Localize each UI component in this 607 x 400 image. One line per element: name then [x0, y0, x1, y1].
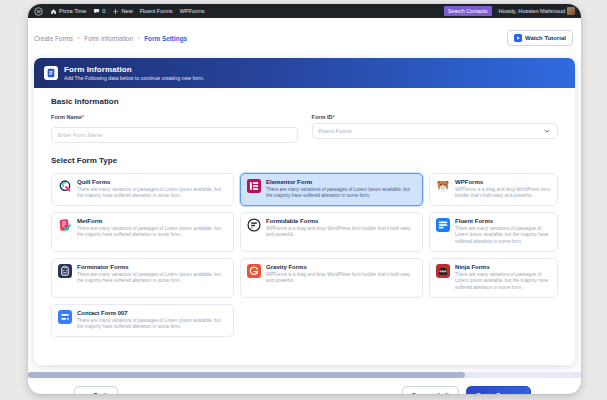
right-arrow-icon: →	[515, 391, 522, 394]
form-type-description: There are many variations of passages of…	[77, 272, 227, 286]
svg-text:W: W	[36, 9, 41, 14]
form-type-name: Contact Form 007	[77, 310, 227, 316]
form-type-name: Elementor Form	[266, 179, 416, 185]
form-type-description: WPForms is a drag and drop WordPress for…	[266, 226, 416, 240]
form-type-card-metform[interactable]: MetForm There are many variations of pas…	[51, 212, 234, 252]
horizontal-scrollbar[interactable]	[28, 372, 581, 378]
breadcrumb-separator: >	[77, 35, 80, 41]
form-type-card-ninja-forms[interactable]: Ninja Forms There are many variations of…	[429, 258, 558, 298]
form-type-name: Fluent Forms	[455, 218, 551, 224]
menu-fluent-forms-label: Fluent Forms	[140, 8, 173, 14]
card-body: Basic Information Form Name* Form ID* Fl…	[34, 88, 575, 365]
form-type-name: Quill Forms	[77, 179, 227, 185]
contact-form-007-icon	[58, 310, 72, 324]
ninja-forms-icon	[436, 264, 450, 278]
select-form-type-title: Select Form Type	[51, 156, 558, 165]
avatar	[567, 7, 575, 15]
form-type-name: Ninja Forms	[455, 264, 551, 270]
wp-admin-bar: W Pizza Time 0 New Fluent Forms WPForms …	[28, 4, 581, 18]
card-title: Form Information	[64, 65, 204, 74]
gravity-forms-icon	[247, 264, 261, 278]
scrollbar-thumb[interactable]	[28, 372, 465, 378]
required-mark: *	[82, 114, 84, 120]
fluent-forms-icon	[436, 218, 450, 232]
form-type-card-quill-forms[interactable]: Quill Forms There are many variations of…	[51, 173, 234, 206]
form-id-field: Form ID* Fluent Forms	[312, 114, 559, 143]
new-content-menu[interactable]: New	[112, 8, 132, 15]
card-header: Form Information Add The Following data …	[34, 58, 575, 88]
form-type-card-fluent-forms[interactable]: Fluent Forms There are many variations o…	[429, 212, 558, 252]
form-name-label: Form Name*	[51, 114, 298, 120]
plus-icon	[112, 8, 119, 15]
form-name-field: Form Name*	[51, 114, 298, 143]
create-form-button[interactable]: Create Form →	[466, 386, 531, 394]
form-type-card-gravity-forms[interactable]: Gravity Forms WPForms is a drag and drop…	[240, 258, 423, 298]
formidable-forms-icon	[247, 218, 261, 232]
menu-wpforms[interactable]: WPForms	[180, 8, 205, 14]
form-type-card-forminator-forms[interactable]: Forminator Forms There are many variatio…	[51, 258, 234, 298]
form-type-name: MetForm	[77, 218, 227, 224]
elementor-icon	[247, 179, 261, 193]
form-id-label: Form ID*	[312, 114, 559, 120]
form-type-name: Gravity Forms	[266, 264, 416, 270]
left-arrow-icon: ←	[84, 391, 91, 394]
wpforms-bear-icon	[436, 179, 450, 193]
form-type-description: There are many variations of passages of…	[455, 272, 551, 292]
form-document-icon	[44, 66, 58, 80]
form-type-card-formidable-forms[interactable]: Formidable Forms WPForms is a drag and d…	[240, 212, 423, 252]
breadcrumb-row: Create Forms > Form Information > Form S…	[28, 18, 581, 46]
form-type-name: WPForms	[455, 179, 551, 185]
wp-logo-icon[interactable]: W	[34, 7, 43, 16]
menu-wpforms-label: WPForms	[180, 8, 205, 14]
site-name-menu[interactable]: Pizza Time	[50, 8, 86, 15]
comments-count: 0	[102, 8, 105, 14]
play-icon	[514, 34, 522, 42]
metform-icon	[58, 218, 72, 232]
forminator-forms-icon	[58, 264, 72, 278]
back-label: Back	[94, 392, 108, 394]
howdy-label: Howdy, Hussien Mahmoud	[499, 8, 565, 14]
breadcrumb: Create Forms > Form Information > Form S…	[34, 35, 187, 42]
form-type-grid: Quill Forms There are many variations of…	[51, 173, 558, 337]
home-icon	[50, 8, 57, 15]
account-menu[interactable]: Howdy, Hussien Mahmoud	[499, 7, 575, 15]
breadcrumb-create-forms[interactable]: Create Forms	[34, 35, 73, 42]
form-type-description: There are many variations of passages of…	[77, 187, 227, 201]
required-mark: *	[333, 114, 335, 120]
quill-forms-icon	[58, 179, 72, 193]
breadcrumb-form-information[interactable]: Form Information	[84, 35, 133, 42]
form-information-card: Form Information Add The Following data …	[34, 58, 575, 365]
form-name-input[interactable]	[51, 127, 298, 143]
form-type-description: There are many variations of passages of…	[455, 226, 551, 246]
card-subtitle: Add The Following data below to continue…	[64, 75, 204, 81]
chevron-down-icon	[543, 127, 551, 135]
basic-fields: Form Name* Form ID* Fluent Forms	[51, 114, 558, 143]
form-type-description: There are many variations of passages of…	[77, 226, 227, 240]
create-form-label: Create Form	[476, 392, 511, 394]
form-type-card-wpforms[interactable]: WPForms WPForms is a drag and drop WordP…	[429, 173, 558, 206]
form-type-description: WPForms is a drag and drop WordPress for…	[455, 187, 551, 201]
form-id-select[interactable]: Fluent Forms	[312, 123, 559, 139]
form-type-description: There are many variations of passages of…	[77, 318, 227, 332]
form-type-card-contact-form-007[interactable]: Contact Form 007 There are many variatio…	[51, 304, 234, 337]
form-type-description: There are many variations of passages of…	[266, 187, 416, 201]
watch-tutorial-button[interactable]: Watch Tutorial	[507, 30, 573, 46]
footer-actions: ← Back Save as draft Create Form →	[28, 378, 581, 394]
breadcrumb-form-settings[interactable]: Form Settings	[144, 35, 187, 42]
site-name: Pizza Time	[59, 8, 86, 14]
new-label: New	[121, 8, 132, 14]
comments-menu[interactable]: 0	[93, 8, 105, 15]
menu-fluent-forms[interactable]: Fluent Forms	[140, 8, 173, 14]
form-type-name: Formidable Forms	[266, 218, 416, 224]
search-contacts-button[interactable]: Search Contacts	[444, 6, 492, 16]
app-window: W Pizza Time 0 New Fluent Forms WPForms …	[28, 4, 581, 394]
form-id-value: Fluent Forms	[319, 128, 352, 134]
watch-tutorial-label: Watch Tutorial	[525, 35, 566, 41]
form-type-name: Forminator Forms	[77, 264, 227, 270]
form-type-card-elementor-form[interactable]: Elementor Form There are many variations…	[240, 173, 423, 206]
save-as-draft-button[interactable]: Save as draft	[402, 386, 459, 394]
basic-information-title: Basic Information	[51, 97, 558, 106]
comment-icon	[93, 8, 100, 15]
back-button[interactable]: ← Back	[74, 386, 118, 394]
breadcrumb-separator: >	[137, 35, 140, 41]
